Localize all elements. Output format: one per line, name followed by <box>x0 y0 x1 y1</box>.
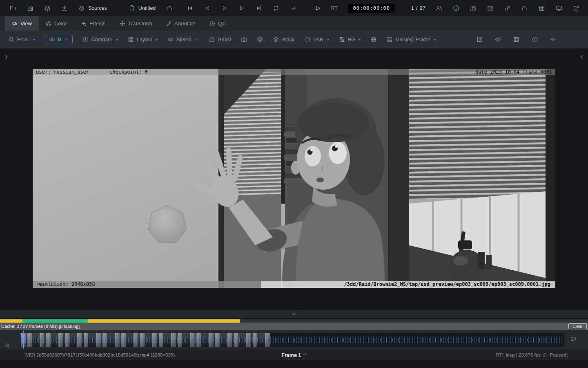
loop-mode-button[interactable] <box>273 5 279 11</box>
pencil-icon <box>166 21 172 27</box>
cloud-status-button[interactable] <box>521 5 528 11</box>
collapse-right-panel-button[interactable] <box>579 54 585 60</box>
missing-frame-dropdown[interactable]: Missing: Frame ▾ <box>386 36 436 43</box>
media-info-button[interactable] <box>453 5 459 11</box>
next-clip-button[interactable] <box>290 5 296 11</box>
tab-transform-label: Transform <box>128 20 152 27</box>
ghost-label: Ghost <box>218 37 231 43</box>
ghost-toggle[interactable]: Ghost <box>209 36 231 43</box>
popout-button[interactable] <box>573 5 579 11</box>
chevron-right-icon <box>3 54 9 60</box>
layout-dropdown[interactable]: Layout ▾ <box>128 36 158 43</box>
playlists-button[interactable] <box>44 5 51 11</box>
fit-dropdown[interactable]: Fit All ▾ <box>8 36 35 43</box>
sources-label: Sources <box>88 5 107 11</box>
external-link-icon <box>573 5 579 11</box>
tab-qc[interactable]: QC <box>203 16 233 31</box>
brightness-button[interactable] <box>495 36 501 43</box>
tab-effects[interactable]: Effects <box>74 16 113 31</box>
open-button[interactable] <box>10 5 16 11</box>
playback-speed-button[interactable]: 1x <box>315 5 321 11</box>
presentation-button[interactable] <box>556 5 562 11</box>
snapshot-button[interactable] <box>470 5 477 11</box>
tab-transform[interactable]: Transform <box>113 16 159 31</box>
snapshot-frame-button[interactable] <box>241 36 247 43</box>
document-icon <box>129 5 135 11</box>
save-button[interactable] <box>27 5 33 11</box>
par-dropdown[interactable]: PAR ▾ <box>304 36 329 43</box>
skip-to-end-button[interactable] <box>256 5 262 11</box>
stereo-dropdown[interactable]: Stereo <box>167 36 199 43</box>
skip-to-start-button[interactable] <box>187 5 194 11</box>
playhead[interactable] <box>23 331 24 349</box>
waveform-icon <box>550 36 556 43</box>
compare-dropdown[interactable]: Compare ▾ <box>82 36 118 43</box>
hud-info-button[interactable] <box>532 36 538 43</box>
expand-left-panel-button[interactable] <box>3 54 9 60</box>
ghost-icon <box>209 36 215 43</box>
clear-cache-button[interactable]: Clear <box>568 323 587 329</box>
burnin-resolution: resolution: 2048x858 <box>36 281 95 287</box>
tab-annotate[interactable]: Annotate <box>159 16 203 31</box>
caret-icon: ▾ <box>33 38 36 42</box>
step-forward-button[interactable] <box>238 5 245 11</box>
review-app-window: Sources Untitled 1x RT 00:00:00:00 1 / 2… <box>0 0 588 368</box>
layer-view-button[interactable] <box>257 36 263 43</box>
ocio-display-button[interactable] <box>370 36 376 43</box>
stack-icon <box>273 36 279 43</box>
caret-icon: ▾ <box>434 38 436 42</box>
loop-icon <box>273 5 279 11</box>
edit-overlays-button[interactable] <box>477 36 483 43</box>
link-icon <box>504 5 511 11</box>
compare-label: Compare <box>91 37 112 43</box>
filmstrip[interactable] <box>20 333 564 347</box>
tab-view-label: View <box>20 20 32 27</box>
globe-icon <box>370 36 376 43</box>
tab-color[interactable]: Color <box>39 16 74 31</box>
layers-icon <box>257 36 263 43</box>
panels-grid-button[interactable] <box>539 5 545 11</box>
last-frame-label: 27 <box>571 336 577 342</box>
eye-icon <box>167 36 174 43</box>
burnin-date-frame: date 2023-10-04 frame 0001 <box>475 69 552 75</box>
chevron-down-icon <box>64 37 69 42</box>
scopes-button[interactable] <box>550 36 556 43</box>
info-icon <box>532 36 538 43</box>
channel-dropdown[interactable]: G <box>45 35 73 44</box>
timeline-collapse-strip[interactable] <box>0 310 588 318</box>
skip-start-icon <box>187 5 194 11</box>
cache-status-text: Cache: 3 / 27 frames (8 MB) [8 loading] <box>1 324 80 329</box>
media-info-text: [VID] 2d56d82687b78171f50c496bab002bc18d… <box>24 352 175 357</box>
session-button[interactable]: Untitled <box>129 5 156 11</box>
tab-view[interactable]: View <box>5 16 39 31</box>
stack-button[interactable]: Stack <box>273 36 294 43</box>
realtime-toggle[interactable]: RT <box>331 5 338 11</box>
titlebar-divider <box>118 4 118 12</box>
timeline[interactable]: 27 <box>0 330 588 350</box>
timeline-zoom-button[interactable] <box>5 343 10 348</box>
frame-indicator: Frame 1F# <box>281 352 306 358</box>
render-button[interactable] <box>487 5 494 11</box>
missing-image-icon <box>386 36 392 43</box>
timecode-display: 00:00:00:00 <box>348 4 394 13</box>
step-forward-icon <box>238 5 245 11</box>
stack-label: Stack <box>282 37 294 43</box>
sources-button[interactable]: Sources <box>78 5 107 11</box>
grid-overlay-button[interactable] <box>513 36 519 43</box>
collaborators-button[interactable] <box>436 5 442 11</box>
import-button[interactable] <box>61 5 68 11</box>
video-frame[interactable]: user: russian_user checkpoint: 0 date 20… <box>33 69 555 288</box>
link-session-button[interactable] <box>504 5 511 11</box>
bg-dropdown[interactable]: BG ▾ <box>339 36 361 43</box>
missing-frame-label: Missing: Frame <box>395 37 430 43</box>
caret-icon: ▾ <box>156 38 158 42</box>
play-button[interactable] <box>221 5 228 11</box>
toolbar-right-group <box>477 36 556 43</box>
bg-label: BG <box>348 37 355 43</box>
step-back-button[interactable] <box>204 5 211 11</box>
qc-check-icon <box>209 21 215 27</box>
playhead-handle[interactable] <box>22 334 25 343</box>
cloud-sync-button[interactable] <box>166 5 173 11</box>
checkerboard-icon <box>339 36 345 43</box>
viewport[interactable]: user: russian_user checkpoint: 0 date 20… <box>0 49 588 310</box>
